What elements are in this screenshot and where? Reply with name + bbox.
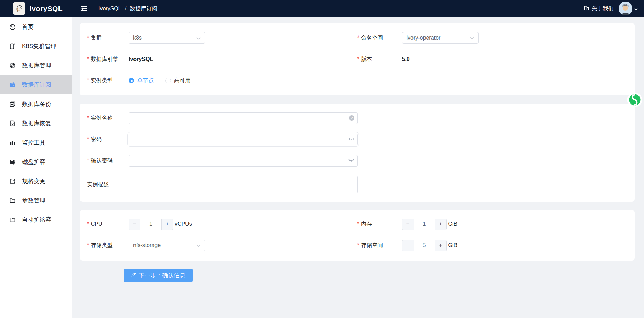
sidebar-item-label: K8S集群管理 (22, 42, 56, 50)
cpu-stepper: − + (129, 219, 173, 230)
plus-button[interactable]: + (161, 219, 173, 230)
disk-edit-icon (9, 158, 16, 165)
instance-info-card: 实例名称 ? 密码 确认密码 实例 (80, 104, 635, 202)
next-step-button-label: 下一步：确认信息 (139, 272, 185, 279)
sidebar-item-label: 磁盘扩容 (22, 158, 45, 166)
sidebar-item-database-subscription[interactable]: 数据库订阅 (0, 75, 72, 94)
topbar-right: 关于我们 (584, 2, 644, 15)
sidebar-item-label: 监控工具 (22, 139, 45, 147)
password-label: 密码 (87, 136, 129, 143)
engine-label: 数据库引擎 (87, 56, 129, 63)
plus-button[interactable]: + (435, 219, 446, 230)
engine-value: IvorySQL (129, 56, 153, 62)
radio-high-availability[interactable]: 高可用 (165, 77, 191, 84)
storage-class-label: 存储类型 (87, 242, 129, 249)
about-us-link[interactable]: 关于我们 (584, 5, 614, 12)
memory-input[interactable] (414, 219, 435, 230)
radio-dot-icon (129, 78, 134, 83)
sidebar-collapse-icon[interactable] (80, 6, 88, 12)
wallet-icon (9, 81, 16, 88)
instance-type-label: 实例类型 (87, 77, 129, 84)
sidebar-item-k8s-clusters[interactable]: K8S集群管理 (0, 36, 72, 56)
user-menu[interactable] (619, 2, 638, 15)
folder-icon (9, 216, 16, 223)
version-value: 5.0 (402, 56, 410, 62)
radio-label: 单节点 (137, 77, 154, 84)
cluster-file-icon (9, 43, 16, 50)
bar-chart-icon (9, 139, 16, 146)
resources-card: CPU − + vCPUs 内存 − + GiB 存储类型 (80, 210, 635, 261)
chevron-down-icon (634, 6, 638, 12)
eye-closed-icon[interactable] (348, 137, 354, 141)
sidebar-item-database-backup[interactable]: 数据库备份 (0, 94, 72, 114)
sidebar-item-label: 数据库管理 (22, 62, 51, 70)
password-input[interactable] (129, 134, 358, 145)
cpu-unit: vCPUs (175, 221, 192, 227)
folder-icon (9, 197, 16, 204)
breadcrumb-current: 数据库订阅 (130, 5, 157, 12)
sidebar-item-autoscaling[interactable]: 自动扩缩容 (0, 210, 72, 229)
sidebar-item-label: 参数管理 (22, 197, 45, 204)
dashboard-icon (9, 23, 16, 30)
storage-size-unit: GiB (448, 242, 458, 248)
chevron-down-icon (196, 35, 201, 41)
storage-class-select-value: nfs-storage (133, 242, 161, 248)
sidebar-item-parameter-management[interactable]: 参数管理 (0, 191, 72, 210)
instance-name-input[interactable] (129, 112, 358, 124)
radio-dot-icon (165, 78, 171, 83)
cpu-label: CPU (87, 221, 129, 227)
main-content: 集群 k8s 命名空间 ivory-operator 数据库引擎 IvorySQ… (72, 17, 644, 318)
memory-stepper: − + (402, 219, 447, 230)
description-label: 实例描述 (87, 181, 129, 188)
pencil-icon (131, 272, 136, 279)
confirm-password-input[interactable] (129, 155, 358, 167)
radio-single-node[interactable]: 单节点 (129, 77, 154, 84)
version-label: 版本 (357, 56, 402, 63)
minus-button[interactable]: − (402, 219, 414, 230)
sidebar-item-label: 数据库订阅 (22, 81, 51, 89)
sidebar-item-disk-expansion[interactable]: 磁盘扩容 (0, 152, 72, 171)
memory-unit: GiB (448, 221, 458, 227)
sidebar-item-label: 数据库恢复 (22, 119, 51, 127)
storage-class-select[interactable]: nfs-storage (129, 240, 205, 251)
namespace-select-value: ivory-operator (407, 35, 441, 41)
breadcrumb-root[interactable]: IvorySQL (98, 6, 121, 12)
breadcrumb-separator: / (125, 6, 126, 12)
external-link-icon (9, 178, 16, 184)
minus-button[interactable]: − (129, 219, 140, 230)
next-step-button[interactable]: 下一步：确认信息 (124, 269, 193, 282)
sidebar: 首页 K8S集群管理 数据库管理 数据库订阅 数据库备份 数据库恢复 监控工 (0, 17, 72, 318)
cluster-info-card: 集群 k8s 命名空间 ivory-operator 数据库引擎 IvorySQ… (80, 23, 635, 95)
sidebar-item-database-restore[interactable]: 数据库恢复 (0, 114, 72, 133)
avatar[interactable] (619, 2, 632, 15)
sidebar-item-monitoring-tools[interactable]: 监控工具 (0, 133, 72, 152)
minus-button[interactable]: − (402, 240, 414, 251)
breadcrumb: IvorySQL / 数据库订阅 (98, 5, 157, 12)
cluster-select[interactable]: k8s (129, 32, 205, 44)
chat-widget-icon[interactable] (627, 92, 642, 107)
database-manage-icon (9, 62, 16, 69)
instance-type-radio-group: 单节点 高可用 (129, 77, 191, 84)
sidebar-item-database-management[interactable]: 数据库管理 (0, 56, 72, 75)
help-badge-icon: ? (349, 115, 354, 121)
sidebar-item-label: 规格变更 (22, 177, 45, 185)
brand: IvorySQL (0, 2, 72, 15)
sidebar-item-label: 数据库备份 (22, 100, 51, 108)
cluster-label: 集群 (87, 34, 129, 42)
about-us-label: 关于我们 (592, 5, 614, 12)
namespace-select[interactable]: ivory-operator (402, 32, 479, 44)
building-icon (584, 5, 589, 12)
description-textarea[interactable] (129, 176, 358, 193)
cpu-input[interactable] (140, 219, 161, 230)
confirm-password-label: 确认密码 (87, 157, 129, 165)
instance-name-label: 实例名称 (87, 115, 129, 122)
chevron-down-icon (470, 35, 474, 41)
radio-label: 高可用 (174, 77, 191, 84)
app-title: IvorySQL (30, 4, 63, 13)
eye-closed-icon[interactable] (348, 159, 354, 163)
storage-size-input[interactable] (414, 240, 435, 251)
copy-icon (9, 100, 16, 107)
plus-button[interactable]: + (435, 240, 446, 251)
sidebar-item-home[interactable]: 首页 (0, 17, 72, 36)
sidebar-item-spec-change[interactable]: 规格变更 (0, 171, 72, 191)
